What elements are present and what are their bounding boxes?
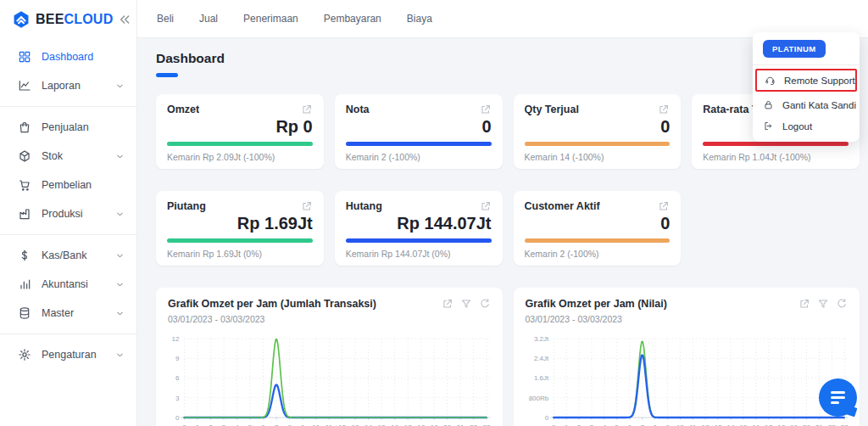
card-value: Rp 0	[167, 116, 313, 137]
dollar-icon	[18, 249, 31, 262]
menu-item-remote-support[interactable]: Remote Support	[755, 69, 857, 92]
sidebar-item-laporan[interactable]: Laporan	[0, 71, 136, 100]
card-nota: Nota0Kemarin 2 (-100%)	[335, 94, 503, 169]
sidebar-divider	[0, 106, 136, 107]
card-title: Qty Terjual	[525, 104, 579, 115]
topnav-biaya[interactable]: Biaya	[407, 13, 432, 25]
sidebar-item-akuntansi[interactable]: Akuntansi	[0, 270, 136, 299]
filter-icon[interactable]	[817, 298, 829, 310]
chevron-down-icon	[115, 350, 125, 360]
card-hutang: HutangRp 144.07JtKemarin Rp 144.07Jt (0%…	[335, 191, 503, 266]
chart-header-text: Grafik Omzet per Jam (Jumlah Transaksi)0…	[168, 298, 376, 324]
svg-text:0: 0	[175, 414, 180, 422]
headset-icon	[765, 75, 776, 86]
external-link-icon[interactable]	[658, 104, 670, 115]
external-link-icon[interactable]	[442, 298, 453, 310]
card-subtitle: Kemarin Rp 1.04Jt (-100%)	[703, 152, 849, 162]
refresh-icon[interactable]	[479, 298, 491, 310]
svg-text:800Rb: 800Rb	[528, 395, 548, 402]
metric-bar	[346, 142, 492, 146]
svg-text:9: 9	[175, 355, 180, 362]
app-root: BEECLOUD DashboardLaporanPenjualanStokPe…	[0, 0, 868, 426]
sidebar-item-master[interactable]: Master	[0, 299, 136, 328]
menu-item-logout[interactable]: Logout	[753, 115, 860, 137]
chevron-down-icon	[115, 280, 125, 289]
svg-text:3.2Jt: 3.2Jt	[533, 335, 548, 343]
svg-text:1.6Jt: 1.6Jt	[533, 374, 548, 382]
card-header: Qty Terjual	[525, 104, 670, 115]
sidebar-item-kas-bank[interactable]: Kas/Bank	[0, 241, 136, 270]
sidebar-item-label: Stok	[42, 150, 63, 162]
chart-header-text: Grafik Omzet per Jam (Nilai)03/01/2023 -…	[526, 298, 667, 324]
card-omzet: OmzetRp 0Kemarin Rp 2.09Jt (-100%)	[156, 94, 324, 169]
beecloud-logo-icon	[12, 10, 31, 29]
chart-card-grafik-omzet-per-jam-nilai: Grafik Omzet per Jam (Nilai)03/01/2023 -…	[514, 288, 860, 426]
topnav-jual[interactable]: Jual	[199, 13, 218, 25]
sidebar-collapse-icon[interactable]	[118, 13, 131, 26]
card-title: Hutang	[346, 200, 382, 212]
sidebar-item-dashboard[interactable]: Dashboard	[0, 42, 136, 71]
cart-icon	[18, 178, 31, 192]
chart-header: Grafik Omzet per Jam (Jumlah Transaksi)0…	[168, 298, 491, 324]
chevron-down-icon	[115, 309, 125, 318]
refresh-icon[interactable]	[836, 298, 848, 310]
sidebar-item-pembelian[interactable]: Pembelian	[0, 171, 136, 199]
shopping-bag-icon	[18, 121, 31, 134]
sidebar-item-penjualan[interactable]: Penjualan	[0, 113, 136, 142]
chart-card-grafik-omzet-per-jam-jumlah-transaksi: Grafik Omzet per Jam (Jumlah Transaksi)0…	[156, 288, 503, 426]
user-dropdown-menu: PLATINUMRemote SupportGanti Kata SandiLo…	[753, 32, 860, 142]
sidebar: BEECLOUD DashboardLaporanPenjualanStokPe…	[0, 0, 137, 426]
sidebar-item-stok[interactable]: Stok	[0, 142, 136, 171]
sidebar-item-label: Dashboard	[42, 51, 93, 63]
sidebar-item-label: Akuntansi	[42, 278, 88, 290]
external-link-icon[interactable]	[480, 200, 492, 212]
svg-text:3: 3	[175, 395, 180, 402]
beecloud-logo-text: BEECLOUD	[36, 12, 113, 27]
topnav-beli[interactable]: Beli	[157, 13, 174, 25]
top-nav: BeliJualPenerimaanPembayaranBiaya	[157, 13, 458, 25]
card-piutang: PiutangRp 1.69JtKemarin Rp 1.69Jt (0%)	[156, 191, 324, 266]
sidebar-divider	[0, 334, 136, 334]
chat-lines-icon	[831, 391, 845, 405]
card-header: Nota	[346, 104, 492, 115]
dashboard-grid: OmzetRp 0Kemarin Rp 2.09Jt (-100%)Nota0K…	[156, 94, 860, 426]
external-link-icon[interactable]	[301, 104, 313, 115]
external-link-icon[interactable]	[798, 298, 810, 310]
line-chart-icon	[18, 79, 31, 92]
chart-toolbar	[798, 298, 848, 310]
filter-icon[interactable]	[460, 298, 472, 310]
chevron-down-icon	[115, 152, 125, 161]
metric-bar	[167, 142, 313, 146]
factory-icon	[18, 207, 31, 221]
metric-bar	[525, 238, 670, 243]
card-value: 0	[525, 116, 670, 137]
sidebar-item-label: Kas/Bank	[42, 249, 87, 261]
sidebar-item-produksi[interactable]: Produksi	[0, 199, 136, 228]
sidebar-nav: DashboardLaporanPenjualanStokPembelianPr…	[0, 36, 136, 369]
card-value: 0	[525, 213, 670, 233]
chevron-down-icon	[115, 210, 125, 219]
external-link-icon[interactable]	[658, 200, 670, 212]
menu-item-ganti-kata-sandi[interactable]: Ganti Kata Sandi	[753, 94, 860, 115]
svg-text:12: 12	[172, 335, 180, 343]
metric-bar	[346, 238, 492, 243]
external-link-icon[interactable]	[301, 200, 313, 212]
bar-chart-icon	[18, 277, 31, 291]
card-header: Customer Aktif	[525, 200, 670, 212]
line-chart: 0369120123456789101112131415161718192021…	[168, 334, 491, 426]
logout-icon	[763, 121, 774, 132]
sidebar-item-pengaturan[interactable]: Pengaturan	[0, 340, 136, 369]
menu-item-label: Remote Support	[784, 76, 855, 86]
external-link-icon[interactable]	[480, 104, 492, 115]
plan-badge[interactable]: PLATINUM	[763, 40, 826, 58]
cube-icon	[18, 149, 31, 163]
chat-button[interactable]	[819, 378, 857, 417]
sidebar-item-label: Penjualan	[42, 121, 89, 133]
topnav-pembayaran[interactable]: Pembayaran	[324, 13, 381, 25]
menu-divider	[753, 64, 860, 65]
topnav-penerimaan[interactable]: Penerimaan	[243, 13, 298, 25]
chevron-down-icon	[115, 81, 125, 91]
card-subtitle: Kemarin 2 (-100%)	[525, 249, 670, 259]
metric-bar	[167, 238, 313, 243]
card-header: Omzet	[167, 104, 313, 115]
